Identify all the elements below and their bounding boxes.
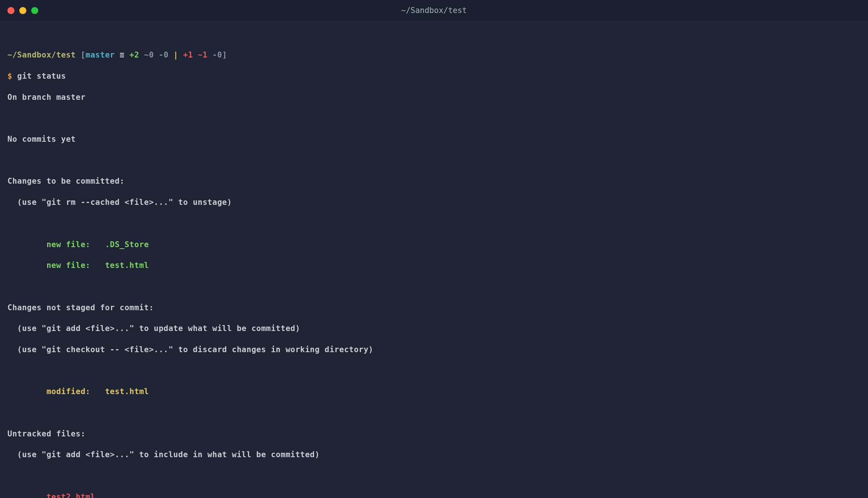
minimize-button[interactable] <box>19 7 26 14</box>
prompt-equiv: ≡ <box>120 50 129 59</box>
traffic-lights <box>7 7 38 14</box>
output-changes-not-staged: Changes not staged for commit: <box>7 302 861 313</box>
prompt-path: ~/Sandbox/test <box>7 50 81 59</box>
newfile-name: .DS_Store <box>105 240 149 249</box>
output-untracked-1: test2.html <box>7 492 861 498</box>
modified-name: test.html <box>105 387 149 396</box>
command-text: git status <box>17 72 66 81</box>
blank-line <box>7 366 861 376</box>
blank-line <box>7 407 861 418</box>
prompt-bracket-open: [ <box>81 50 85 59</box>
untracked-indent <box>7 492 46 498</box>
prompt-minus0: -0 <box>159 50 173 59</box>
output-no-commits: No commits yet <box>7 134 861 144</box>
output-untracked: Untracked files: <box>7 429 861 439</box>
prompt-bracket-close: ] <box>222 50 227 59</box>
prompt-plus1: +1 <box>183 50 198 59</box>
output-hint-include: (use "git add <file>..." to include in w… <box>7 449 861 460</box>
terminal-content[interactable]: ~/Sandbox/test [master ≡ +2 ~0 -0 | +1 ~… <box>0 22 868 498</box>
prompt-branch: master <box>85 50 120 59</box>
output-hint-unstage: (use "git rm --cached <file>..." to unst… <box>7 197 861 207</box>
output-modified-1: modified: test.html <box>7 386 861 397</box>
output-newfile-2: new file: test.html <box>7 260 861 271</box>
output-hint-add: (use "git add <file>..." to update what … <box>7 323 861 334</box>
zoom-button[interactable] <box>31 7 38 14</box>
output-branch-line: On branch master <box>7 92 861 102</box>
command-line-1: $ git status <box>7 71 861 81</box>
close-button[interactable] <box>7 7 14 14</box>
prompt-minus0b: -0 <box>212 50 222 59</box>
prompt-dollar: $ <box>7 72 17 81</box>
modified-label: modified: <box>7 387 105 396</box>
prompt-tilde0: ~0 <box>144 50 159 59</box>
prompt-line-1: ~/Sandbox/test [master ≡ +2 ~0 -0 | +1 ~… <box>7 50 861 60</box>
prompt-tilde1: ~1 <box>198 50 212 59</box>
blank-line <box>7 281 861 292</box>
blank-line <box>7 113 861 123</box>
output-hint-checkout: (use "git checkout -- <file>..." to disc… <box>7 344 861 355</box>
untracked-name: test2.html <box>46 492 95 498</box>
output-newfile-1: new file: .DS_Store <box>7 239 861 250</box>
newfile-label: new file: <box>7 240 105 249</box>
window-title: ~/Sandbox/test <box>401 5 467 16</box>
blank-line <box>7 471 861 481</box>
prompt-pipe: | <box>173 50 183 59</box>
blank-line <box>7 155 861 166</box>
blank-line <box>7 218 861 229</box>
window-titlebar: ~/Sandbox/test <box>0 0 868 22</box>
newfile-name: test.html <box>105 261 149 270</box>
prompt-plus2: +2 <box>130 50 144 59</box>
output-changes-to-commit: Changes to be committed: <box>7 176 861 186</box>
newfile-label: new file: <box>7 261 105 270</box>
